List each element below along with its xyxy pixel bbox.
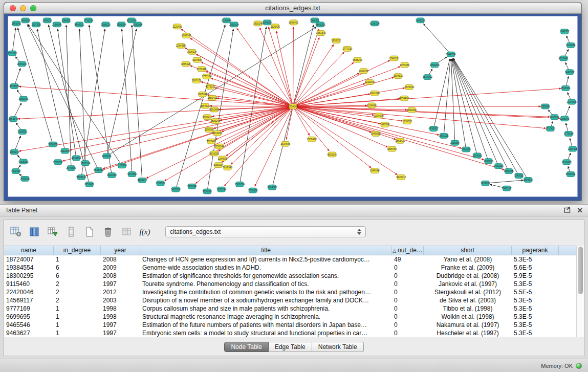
- graph-node[interactable]: 1267081: [102, 154, 112, 159]
- graph-node[interactable]: 2651005: [20, 18, 31, 23]
- graph-node[interactable]: 2745603: [9, 84, 19, 89]
- graph-node[interactable]: 1841205: [416, 18, 426, 23]
- graph-node[interactable]: 1575310: [404, 84, 415, 90]
- graph-node[interactable]: 1208345: [560, 116, 570, 121]
- graph-node[interactable]: 1506413: [307, 137, 317, 142]
- graph-edge[interactable]: [293, 37, 319, 106]
- graph-node[interactable]: 1605341: [561, 85, 571, 91]
- column-header-pagerank[interactable]: pagerank: [512, 246, 559, 255]
- graph-node[interactable]: 1150342: [18, 96, 28, 101]
- table-row[interactable]: 946362711997Embryonic stem cells: a mode…: [4, 329, 576, 337]
- graph-edge[interactable]: [269, 27, 293, 106]
- tab-network-table[interactable]: Network Table: [312, 342, 364, 352]
- graph-edge[interactable]: [132, 25, 142, 181]
- graph-node[interactable]: 1506412: [202, 115, 212, 120]
- graph-node[interactable]: 2206501: [17, 129, 28, 134]
- graph-node[interactable]: 1186302: [61, 18, 71, 23]
- graph-node[interactable]: 8841063: [94, 168, 104, 173]
- graph-node[interactable]: 1264503: [217, 156, 228, 161]
- import-table-icon[interactable]: [46, 225, 60, 238]
- graph-node[interactable]: 9024502: [267, 185, 277, 190]
- graph-node[interactable]: 2651006: [8, 51, 17, 56]
- graph-node[interactable]: 2063151: [191, 78, 202, 83]
- graph-node[interactable]: 9901463: [209, 107, 220, 112]
- graph-edge[interactable]: [79, 29, 85, 163]
- graph-node[interactable]: 1220463: [172, 24, 183, 29]
- graph-node[interactable]: 1932064: [133, 22, 143, 27]
- graph-node[interactable]: 1248140: [370, 168, 380, 173]
- graph-node[interactable]: 9015013: [18, 159, 29, 164]
- table-row[interactable]: 1938455462009Genome-wide association stu…: [4, 264, 576, 272]
- column-visibility-icon[interactable]: [27, 225, 41, 238]
- table-scrollbar-thumb[interactable]: [578, 247, 583, 294]
- graph-node[interactable]: 8812450: [212, 130, 223, 136]
- graph-edge[interactable]: [17, 28, 53, 144]
- graph-node[interactable]: 7619340: [223, 165, 233, 170]
- graph-node[interactable]: 1895750: [387, 146, 397, 151]
- graph-node[interactable]: 8183046: [222, 18, 232, 23]
- graph-node[interactable]: 6791907: [429, 126, 439, 132]
- graph-edge[interactable]: [28, 24, 122, 165]
- column-header-short[interactable]: short: [424, 246, 512, 255]
- graph-node[interactable]: 8136104: [370, 21, 380, 26]
- table-row[interactable]: 977716911998Corpus callosum shape and si…: [4, 304, 576, 313]
- graph-node[interactable]: 3216040: [365, 80, 375, 85]
- graph-node[interactable]: 1748530: [389, 56, 399, 61]
- graph-node[interactable]: 2214350: [176, 43, 186, 48]
- graph-node[interactable]: 2015304: [450, 140, 460, 145]
- graph-node[interactable]: 2043115: [17, 61, 27, 67]
- graph-edge[interactable]: [293, 106, 484, 160]
- graph-node[interactable]: 7650341: [202, 189, 212, 194]
- graph-node[interactable]: 1724045: [288, 104, 298, 109]
- graph-node[interactable]: 1849550: [371, 131, 381, 136]
- graph-edge[interactable]: [451, 59, 455, 143]
- graph-node[interactable]: 2755124: [202, 74, 212, 79]
- float-panel-icon[interactable]: [564, 206, 571, 215]
- graph-edge[interactable]: [293, 27, 293, 106]
- graph-node[interactable]: 1958320: [331, 38, 341, 43]
- graph-node[interactable]: 2475301: [66, 166, 76, 171]
- graph-edge[interactable]: [70, 106, 293, 150]
- graph-edge[interactable]: [423, 24, 451, 55]
- graph-node[interactable]: 1960245: [187, 184, 197, 189]
- table-row[interactable]: 946554611997Estimation of the future num…: [4, 321, 576, 329]
- table-row[interactable]: 969969511998Structural magnetic resonanc…: [4, 313, 576, 321]
- graph-edge[interactable]: [122, 29, 132, 174]
- graph-node[interactable]: 1924501: [481, 181, 491, 186]
- graph-node[interactable]: 2051431: [84, 182, 95, 187]
- close-window-button[interactable]: [10, 5, 16, 11]
- graph-node[interactable]: 1710453: [546, 126, 556, 132]
- graph-node[interactable]: 1924605: [192, 57, 202, 62]
- graph-node[interactable]: 1753208: [83, 18, 94, 23]
- table-row[interactable]: 911546021997Tourette syndrome. Phenomeno…: [4, 280, 576, 288]
- graph-node[interactable]: 1690245: [504, 169, 514, 174]
- column-header-out-de-[interactable]: △out_de…: [392, 246, 424, 255]
- graph-node[interactable]: 1805246: [216, 187, 227, 192]
- graph-edge[interactable]: [293, 73, 359, 106]
- graph-node[interactable]: 1905314: [80, 161, 91, 166]
- graph-node[interactable]: 2304405: [568, 146, 577, 151]
- graph-node[interactable]: 7625401: [206, 139, 216, 144]
- graph-node[interactable]: 2250134: [229, 22, 239, 27]
- graph-node[interactable]: 1814052: [423, 75, 433, 80]
- graph-edge[interactable]: [485, 180, 523, 183]
- graph-node[interactable]: 2301654: [235, 182, 245, 187]
- graph-node[interactable]: 1600124: [187, 49, 197, 54]
- graph-node[interactable]: 1850413: [207, 95, 217, 100]
- graph-edge[interactable]: [226, 106, 293, 156]
- column-header-year[interactable]: year: [101, 246, 140, 255]
- graph-node[interactable]: 4275120: [205, 84, 215, 89]
- graph-node[interactable]: 1764205: [461, 147, 471, 152]
- graph-node[interactable]: 1863420: [395, 138, 405, 143]
- graph-node[interactable]: 1536020: [402, 119, 412, 124]
- graph-node[interactable]: 2415036: [20, 176, 30, 181]
- graph-node[interactable]: 2156045: [52, 22, 62, 27]
- graph-node[interactable]: 1802145: [182, 33, 192, 38]
- graph-node[interactable]: 9245032: [514, 173, 524, 179]
- graph-node[interactable]: 1750313: [248, 188, 258, 193]
- network-canvas[interactable]: 1863041265100519075331295013215604511863…: [8, 16, 578, 197]
- zoom-window-button[interactable]: [30, 5, 36, 11]
- graph-edge[interactable]: [207, 95, 293, 106]
- graph-node[interactable]: 1750246: [214, 144, 225, 149]
- graph-edge[interactable]: [293, 89, 561, 106]
